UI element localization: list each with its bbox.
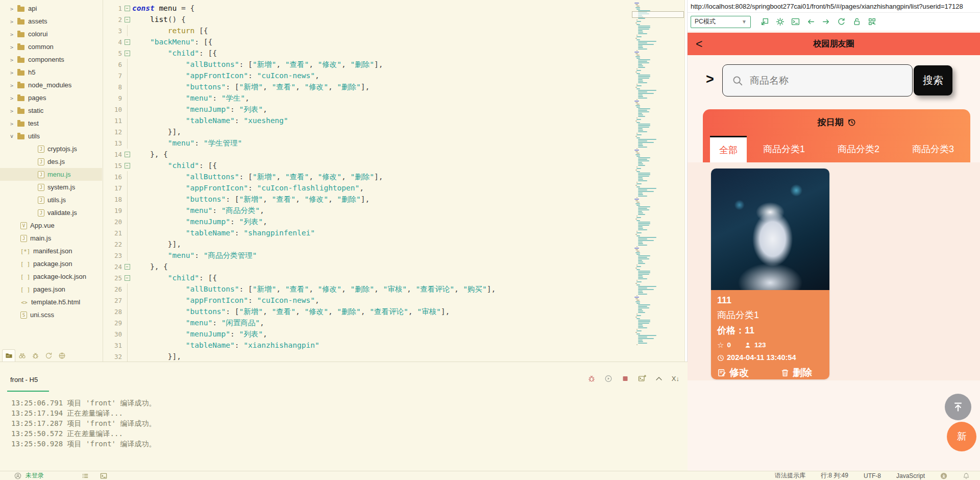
- minimap-viewport[interactable]: [632, 11, 684, 18]
- code-line-14[interactable]: 14− }, {: [104, 149, 631, 160]
- tree-item-h5[interactable]: >h5: [0, 66, 102, 79]
- code-line-23[interactable]: 23 "menu": "商品分类管理": [104, 250, 631, 261]
- code-line-8[interactable]: 8 "buttons": ["新增", "查看", "修改", "删除"],: [104, 81, 631, 92]
- back-icon[interactable]: [806, 17, 815, 26]
- fold-marker-icon[interactable]: −: [125, 152, 130, 157]
- code-line-26[interactable]: 26 "allButtons": ["新增", "查看", "修改", "删除"…: [104, 283, 631, 295]
- status-item-0[interactable]: 语法提示库: [775, 471, 805, 480]
- tree-item-main.js[interactable]: Jmain.js: [0, 232, 102, 245]
- tree-item-package.json[interactable]: [ ]package.json: [0, 257, 102, 270]
- search-input[interactable]: 商品名称: [722, 64, 913, 97]
- terminal-icon[interactable]: [100, 472, 107, 479]
- url-bar[interactable]: http://localhost:8082/springboot277cai01…: [688, 0, 980, 13]
- tree-item-manifest.json[interactable]: [*]manifest.json: [0, 245, 102, 257]
- tree-item-assets[interactable]: >assets: [0, 15, 102, 28]
- code-line-4[interactable]: 4− "backMenu": [{: [104, 36, 631, 47]
- sort-by-date-button[interactable]: 按日期: [703, 109, 970, 135]
- code-editor[interactable]: 1−const menu = {2− list() {3 return [{4−…: [104, 0, 631, 362]
- tree-item-template.h5.html[interactable]: <>template.h5.html: [0, 296, 102, 308]
- terminal-icon[interactable]: [791, 17, 800, 26]
- forward-icon[interactable]: [822, 17, 830, 26]
- tree-item-uni.scss[interactable]: Suni.scss: [0, 308, 102, 321]
- tree-item-node_modules[interactable]: >node_modules: [0, 79, 102, 91]
- login-status[interactable]: 未登录: [26, 471, 44, 480]
- download-icon[interactable]: [940, 472, 947, 479]
- code-line-16[interactable]: 16 "allButtons": ["新增", "查看", "修改", "删除"…: [104, 171, 631, 182]
- code-line-11[interactable]: 11 "tableName": "xuesheng": [104, 115, 631, 126]
- fold-marker-icon[interactable]: −: [125, 6, 130, 11]
- settings-icon[interactable]: [776, 17, 785, 26]
- debug-icon[interactable]: [29, 349, 42, 362]
- code-line-1[interactable]: 1−const menu = {: [104, 3, 631, 14]
- fold-marker-icon[interactable]: −: [125, 275, 130, 281]
- tab-商品分类1[interactable]: 商品分类1: [747, 136, 821, 162]
- code-line-28[interactable]: 28 "buttons": ["新增", "查看", "修改", "删除", "…: [104, 306, 631, 317]
- tree-item-des.js[interactable]: Jdes.js: [0, 155, 102, 168]
- clear-icon[interactable]: X↓: [672, 374, 679, 382]
- tree-item-utils[interactable]: ∨utils: [0, 130, 102, 142]
- code-line-18[interactable]: 18 "buttons": ["新增", "查看", "修改", "删除"],: [104, 194, 631, 205]
- collapse-icon[interactable]: [655, 374, 663, 382]
- bell-icon[interactable]: [963, 472, 970, 479]
- edit-button[interactable]: 修改: [717, 366, 749, 379]
- console-tab[interactable]: front - H5: [10, 376, 38, 383]
- code-line-29[interactable]: 29 "menu": "闲置商品",: [104, 317, 631, 328]
- restart-icon[interactable]: [604, 374, 612, 382]
- expand-chevron-icon[interactable]: >: [706, 71, 714, 87]
- fold-marker-icon[interactable]: −: [125, 51, 130, 56]
- tree-item-api[interactable]: >api: [0, 2, 102, 15]
- code-line-27[interactable]: 27 "appFrontIcon": "cuIcon-news",: [104, 295, 631, 306]
- tree-item-App.vue[interactable]: VApp.vue: [0, 219, 102, 232]
- code-line-20[interactable]: 20 "menuJump": "列表",: [104, 216, 631, 227]
- open-external-icon[interactable]: [761, 17, 769, 26]
- code-line-5[interactable]: 5− "child": [{: [104, 47, 631, 59]
- tree-item-static[interactable]: >static: [0, 104, 102, 117]
- new-terminal-icon[interactable]: [638, 374, 646, 382]
- code-line-9[interactable]: 9 "menu": "学生",: [104, 92, 631, 104]
- fold-marker-icon[interactable]: −: [125, 39, 130, 45]
- code-line-21[interactable]: 21 "tableName": "shangpinfenlei": [104, 227, 631, 238]
- fold-marker-icon[interactable]: −: [125, 163, 130, 169]
- status-item-3[interactable]: JavaScript: [896, 472, 925, 479]
- sync-icon[interactable]: [42, 349, 55, 362]
- code-line-2[interactable]: 2− list() {: [104, 14, 631, 25]
- code-line-15[interactable]: 15− "child": [{: [104, 160, 631, 171]
- tab-全部[interactable]: 全部: [710, 136, 747, 162]
- tab-商品分类3[interactable]: 商品分类3: [896, 136, 970, 162]
- globe-icon[interactable]: [55, 349, 68, 362]
- tree-item-components[interactable]: >components: [0, 53, 102, 66]
- back-to-top-button[interactable]: [945, 394, 971, 420]
- mode-select[interactable]: PC模式 ▼: [691, 16, 751, 28]
- tree-item-cryptojs.js[interactable]: Jcryptojs.js: [0, 142, 102, 155]
- lock-icon[interactable]: [852, 17, 861, 26]
- code-line-32[interactable]: 32 }],: [104, 351, 631, 362]
- tab-商品分类2[interactable]: 商品分类2: [821, 136, 896, 162]
- status-item-2[interactable]: UTF-8: [864, 472, 881, 479]
- fold-marker-icon[interactable]: −: [125, 264, 130, 270]
- search-button[interactable]: 搜索: [914, 65, 952, 95]
- code-line-19[interactable]: 19 "menu": "商品分类",: [104, 205, 631, 216]
- back-chevron-icon[interactable]: <: [696, 36, 702, 52]
- tree-item-pages.json[interactable]: [ ]pages.json: [0, 283, 102, 296]
- tree-item-utils.js[interactable]: Jutils.js: [0, 194, 102, 206]
- code-line-30[interactable]: 30 "menuJump": "列表",: [104, 328, 631, 340]
- qr-code-icon[interactable]: [868, 17, 876, 26]
- tree-item-menu.js[interactable]: Jmenu.js: [0, 168, 102, 181]
- editor-minimap[interactable]: [631, 0, 684, 362]
- code-line-7[interactable]: 7 "appFrontIcon": "cuIcon-news",: [104, 70, 631, 81]
- delete-button[interactable]: 删除: [780, 366, 812, 379]
- code-line-12[interactable]: 12 }],: [104, 126, 631, 137]
- list-icon[interactable]: [82, 472, 89, 479]
- product-card[interactable]: 111 商品分类1 价格：11 ☆ 0 123 2024-04-11 13:40…: [711, 169, 829, 379]
- tree-item-validate.js[interactable]: Jvalidate.js: [0, 206, 102, 219]
- binoculars-icon[interactable]: [15, 349, 29, 362]
- tree-item-system.js[interactable]: Jsystem.js: [0, 181, 102, 194]
- code-line-24[interactable]: 24− }, {: [104, 261, 631, 272]
- code-line-17[interactable]: 17 "appFrontIcon": "cuIcon-flashlightope…: [104, 182, 631, 194]
- code-line-13[interactable]: 13 "menu": "学生管理": [104, 137, 631, 149]
- code-line-31[interactable]: 31 "tableName": "xianzhishangpin": [104, 340, 631, 351]
- add-new-button[interactable]: 新: [947, 422, 976, 451]
- product-image[interactable]: [711, 169, 829, 290]
- fold-marker-icon[interactable]: −: [125, 17, 130, 22]
- debug-icon[interactable]: [587, 374, 596, 382]
